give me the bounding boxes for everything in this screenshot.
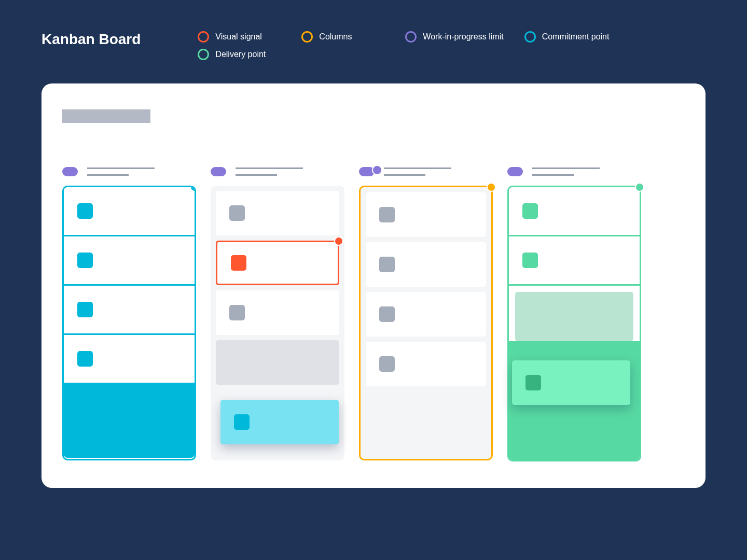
kanban-card[interactable] [366,342,486,386]
dragging-card[interactable] [220,400,339,444]
card-icon [77,302,93,317]
kanban-card[interactable] [64,286,195,335]
column-title-placeholder [532,167,641,176]
card-icon [522,253,538,268]
legend-label: Columns [319,32,352,41]
card-icon [379,257,395,272]
legend: Visual signal Columns Work-in-progress l… [198,31,613,60]
column-title-placeholder [236,167,344,176]
columns-container [62,167,685,461]
visual-signal-marker [334,236,343,246]
card-icon [522,203,538,219]
kanban-card[interactable] [64,236,195,286]
legend-label: Visual signal [215,32,262,41]
card-dropzone[interactable] [216,340,339,385]
kanban-board [42,83,706,488]
card-icon [379,207,395,222]
kanban-card[interactable] [216,191,339,235]
kanban-card[interactable] [366,292,486,337]
column-title-placeholder [384,167,493,176]
kanban-card[interactable] [509,187,640,236]
board-title-placeholder [62,109,150,123]
kanban-card[interactable] [366,192,486,237]
card-icon [379,306,395,322]
wip-limit-marker [372,165,382,175]
kanban-card[interactable] [64,335,195,384]
card-icon [77,253,93,268]
column-header [62,167,196,176]
kanban-card[interactable] [509,236,640,286]
circle-icon [405,31,417,43]
dragging-card[interactable] [512,360,630,405]
card-icon [77,351,93,367]
column-header [507,167,641,176]
column-header [211,167,344,176]
column-header [359,167,493,176]
card-icon [231,255,246,271]
legend-item-wip: Work-in-progress limit [405,31,503,43]
delivery-point-marker [635,183,644,192]
header: Kanban Board Visual signal Columns Work-… [42,31,706,60]
column-body[interactable] [359,186,493,460]
card-icon [77,203,93,219]
kanban-card[interactable] [216,290,339,335]
column-commitment [62,167,196,461]
legend-label: Work-in-progress limit [423,32,503,41]
kanban-card[interactable] [366,242,486,287]
page-title: Kanban Board [42,31,141,48]
column-done [507,167,641,461]
wip-limit-badge [507,167,523,176]
card-dropzone[interactable] [515,292,633,341]
columns-marker [487,183,496,192]
legend-item-delivery: Delivery point [198,49,281,60]
column-body[interactable] [507,186,641,461]
wip-limit-badge [62,167,78,176]
column-body[interactable] [62,186,196,460]
circle-icon [524,31,536,43]
kanban-card-visual-signal[interactable] [216,241,339,285]
column-title-placeholder [87,167,196,176]
card-icon [379,356,395,372]
circle-icon [198,49,209,60]
card-icon [234,414,250,430]
circle-icon [198,31,209,43]
card-icon [525,375,541,390]
wip-limit-badge [211,167,226,176]
card-icon [229,305,245,320]
legend-label: Delivery point [215,50,266,59]
kanban-card[interactable] [64,187,195,236]
column-empty-area [64,384,195,458]
legend-item-visual-signal: Visual signal [198,31,281,43]
circle-icon [301,31,313,43]
legend-item-commitment: Commitment point [524,31,610,43]
column-review [359,167,493,461]
legend-item-columns: Columns [301,31,384,43]
legend-label: Commitment point [542,32,610,41]
card-icon [229,205,245,221]
